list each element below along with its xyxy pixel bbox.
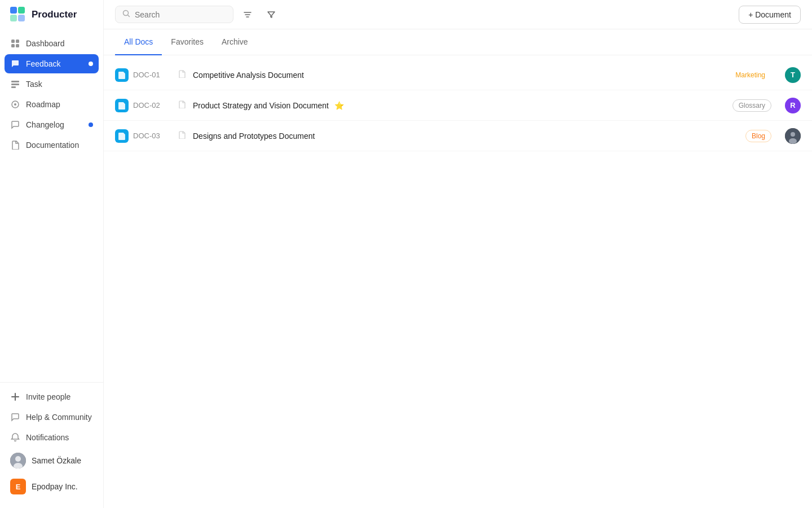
filter-button[interactable]: [262, 5, 281, 24]
search-input[interactable]: [135, 10, 226, 19]
company-name: Epodpay Inc.: [32, 482, 78, 491]
sidebar-item-feedback-label: Feedback: [26, 59, 60, 68]
feedback-badge: [89, 62, 93, 66]
svg-rect-4: [11, 40, 15, 43]
user-avatar: [10, 453, 26, 468]
table-row[interactable]: DOC-03 Designs and Prototypes Document B…: [104, 121, 812, 151]
star-icon: ⭐: [334, 101, 344, 110]
plus-icon: [10, 392, 20, 402]
invite-people-item[interactable]: Invite people: [5, 387, 99, 406]
filter-columns-button[interactable]: [238, 5, 257, 24]
doc-tag: Marketing: [729, 69, 771, 81]
sidebar-item-roadmap-label: Roadmap: [26, 100, 60, 109]
doc-id-wrapper: DOC-01: [115, 68, 171, 82]
company-badge: E: [10, 479, 26, 494]
svg-point-19: [789, 138, 797, 144]
svg-point-16: [123, 11, 129, 16]
svg-rect-7: [16, 44, 19, 47]
svg-point-18: [791, 132, 795, 137]
doc-type-icon: [115, 99, 129, 112]
svg-rect-0: [10, 7, 17, 14]
doc-nav-icon: [10, 140, 20, 150]
svg-rect-9: [11, 84, 19, 85]
sidebar-item-feedback[interactable]: Feedback: [5, 54, 99, 73]
doc-title: Designs and Prototypes Document: [193, 132, 739, 141]
doc-file-icon: [178, 131, 186, 141]
task-icon: [10, 79, 20, 89]
feedback-icon: [10, 59, 20, 69]
help-icon: [10, 412, 20, 422]
logo-text: Producter: [32, 9, 77, 20]
svg-rect-2: [10, 15, 17, 21]
search-icon: [122, 10, 130, 19]
header: + Document: [104, 0, 812, 29]
tab-favorites[interactable]: Favorites: [162, 29, 213, 55]
svg-rect-10: [11, 86, 16, 88]
doc-id: DOC-03: [133, 132, 160, 140]
svg-rect-3: [18, 15, 25, 21]
sidebar-item-changelog[interactable]: Changelog: [5, 115, 99, 134]
svg-rect-6: [11, 44, 15, 47]
doc-avatar: [785, 128, 801, 144]
doc-id-wrapper: DOC-02: [115, 99, 171, 112]
table-row[interactable]: DOC-01 Competitive Analysis Document Mar…: [104, 60, 812, 90]
notifications-label: Notifications: [26, 433, 69, 442]
help-community-label: Help & Community: [26, 413, 92, 422]
changelog-badge: [89, 122, 93, 127]
company-item[interactable]: E Epodpay Inc.: [5, 474, 99, 499]
document-list: DOC-01 Competitive Analysis Document Mar…: [104, 55, 812, 156]
sidebar-item-changelog-label: Changelog: [26, 120, 64, 129]
main-content: + Document All Docs Favorites Archive DO…: [104, 0, 812, 508]
filter-icon: [267, 10, 276, 19]
doc-title: Product Strategy and Vision Document ⭐: [193, 101, 726, 110]
doc-tag: Glossary: [732, 99, 771, 112]
user-profile-item[interactable]: Samet Özkale: [5, 448, 99, 473]
user-name: Samet Özkale: [32, 456, 81, 465]
svg-rect-5: [16, 40, 19, 43]
svg-rect-8: [11, 81, 19, 82]
table-row[interactable]: DOC-02 Product Strategy and Vision Docum…: [104, 90, 812, 121]
tab-all-docs[interactable]: All Docs: [115, 29, 162, 55]
tab-archive[interactable]: Archive: [213, 29, 257, 55]
invite-people-label: Invite people: [26, 392, 70, 401]
logo-icon: [9, 6, 27, 24]
sidebar-item-task[interactable]: Task: [5, 75, 99, 94]
svg-point-14: [15, 456, 21, 462]
dashboard-icon: [10, 38, 20, 49]
roadmap-icon: [10, 99, 20, 110]
help-community-item[interactable]: Help & Community: [5, 408, 99, 427]
doc-id: DOC-02: [133, 101, 160, 110]
sidebar-item-dashboard-label: Dashboard: [26, 39, 65, 48]
notifications-item[interactable]: Notifications: [5, 428, 99, 447]
doc-type-icon: [115, 129, 129, 143]
doc-avatar: T: [785, 67, 801, 83]
logo[interactable]: Producter: [0, 0, 103, 29]
content-area: All Docs Favorites Archive DOC-01: [104, 29, 812, 508]
search-box[interactable]: [115, 6, 233, 23]
doc-avatar: R: [785, 98, 801, 113]
doc-type-icon: [115, 68, 129, 82]
sidebar-item-documentation-label: Documentation: [26, 141, 79, 150]
changelog-icon: [10, 120, 20, 130]
document-tabs: All Docs Favorites Archive: [104, 29, 812, 55]
doc-file-icon: [178, 70, 186, 80]
doc-title: Competitive Analysis Document: [193, 71, 722, 80]
columns-icon: [243, 10, 252, 19]
sidebar-item-task-label: Task: [26, 80, 42, 89]
doc-id-wrapper: DOC-03: [115, 129, 171, 143]
doc-tag: Blog: [745, 130, 771, 142]
sidebar: Producter Dashboard Feedback: [0, 0, 104, 508]
doc-id: DOC-01: [133, 71, 160, 79]
sidebar-item-documentation[interactable]: Documentation: [5, 135, 99, 155]
sidebar-bottom: Invite people Help & Community Notificat…: [0, 382, 103, 508]
doc-file-icon: [178, 100, 186, 110]
add-document-button[interactable]: + Document: [739, 6, 801, 24]
sidebar-nav: Dashboard Feedback Task: [0, 29, 103, 382]
svg-rect-1: [18, 7, 25, 14]
sidebar-item-roadmap[interactable]: Roadmap: [5, 95, 99, 114]
add-document-label: + Document: [748, 10, 791, 19]
svg-point-12: [14, 103, 16, 106]
sidebar-item-dashboard[interactable]: Dashboard: [5, 34, 99, 53]
bell-icon: [10, 432, 20, 443]
